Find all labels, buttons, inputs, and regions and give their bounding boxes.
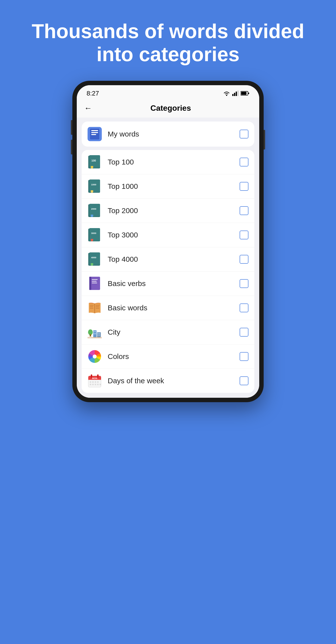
svg-rect-22 xyxy=(91,214,93,217)
item-left: 2000 Top 2000 xyxy=(87,204,138,218)
book-3000-svg: 3000 xyxy=(88,228,101,242)
item-left: My words xyxy=(87,127,139,141)
svg-rect-35 xyxy=(92,279,98,280)
top2000-label: Top 2000 xyxy=(108,206,138,215)
phone-screen: 8:27 xyxy=(77,85,259,398)
svg-rect-43 xyxy=(96,308,99,308)
hero-heading: Thousands of words divided into categori… xyxy=(0,0,336,81)
top3000-icon: 3000 xyxy=(87,228,102,242)
svg-rect-41 xyxy=(96,305,100,306)
svg-rect-1 xyxy=(232,94,234,96)
basic-words-checkbox[interactable] xyxy=(240,304,249,312)
top100-checkbox[interactable] xyxy=(240,158,249,166)
svg-rect-38 xyxy=(90,305,94,306)
svg-rect-70 xyxy=(92,384,94,385)
colors-checkbox[interactable] xyxy=(240,352,249,361)
battery-icon xyxy=(241,91,249,96)
top3000-checkbox[interactable] xyxy=(240,230,249,240)
list-item-basic-verbs[interactable]: Basic verbs xyxy=(82,272,254,296)
city-icon xyxy=(87,325,102,339)
purple-book-svg xyxy=(88,277,101,290)
status-time: 8:27 xyxy=(87,90,99,97)
my-words-icon xyxy=(87,127,102,141)
svg-rect-36 xyxy=(92,281,97,282)
days-icon: MON xyxy=(87,374,102,388)
open-book-svg xyxy=(88,302,101,314)
svg-text:1000: 1000 xyxy=(91,183,96,186)
wifi-icon xyxy=(223,90,230,96)
power-button xyxy=(264,130,265,150)
book-100-svg: 100 xyxy=(88,155,101,169)
content-area: My words 100 xyxy=(77,118,259,398)
top3000-label: Top 3000 xyxy=(108,231,138,239)
top1000-checkbox[interactable] xyxy=(240,182,249,191)
svg-rect-72 xyxy=(97,384,99,385)
top2000-checkbox[interactable] xyxy=(240,206,249,215)
svg-rect-4 xyxy=(237,90,239,96)
svg-rect-65 xyxy=(90,381,91,383)
list-item-top100[interactable]: 100 Top 100 xyxy=(82,150,254,174)
line2 xyxy=(91,132,98,133)
svg-rect-27 xyxy=(91,239,93,241)
svg-rect-52 xyxy=(98,333,99,334)
list-item-city[interactable]: City xyxy=(82,320,254,344)
svg-text:2000: 2000 xyxy=(91,208,96,210)
city-checkbox[interactable] xyxy=(240,328,249,336)
svg-rect-2 xyxy=(234,93,235,96)
phone-mockup: 8:27 xyxy=(72,81,264,402)
signal-icon xyxy=(232,90,239,96)
svg-rect-54 xyxy=(98,334,99,336)
book-1000-svg: 1000 xyxy=(88,180,101,193)
city-label: City xyxy=(108,328,120,336)
colors-svg xyxy=(88,350,101,363)
item-left: City xyxy=(87,325,120,339)
item-left: Basic words xyxy=(87,301,147,315)
item-left: 100 Top 100 xyxy=(87,155,134,169)
calendar-svg: MON xyxy=(88,374,101,388)
list-item-top3000[interactable]: 3000 Top 3000 xyxy=(82,223,254,247)
svg-rect-66 xyxy=(92,381,94,383)
basic-verbs-checkbox[interactable] xyxy=(240,279,249,288)
days-checkbox[interactable] xyxy=(240,376,249,385)
item-left: Basic verbs xyxy=(87,276,146,291)
basic-words-label: Basic words xyxy=(108,304,147,312)
back-button[interactable]: ← xyxy=(84,104,92,112)
svg-point-58 xyxy=(93,354,97,358)
svg-rect-6 xyxy=(241,92,247,95)
category-my-words[interactable]: My words xyxy=(82,122,254,146)
svg-rect-50 xyxy=(95,333,96,334)
svg-text:MON: MON xyxy=(92,377,97,380)
svg-text:3000: 3000 xyxy=(91,232,96,234)
volume-down-button xyxy=(71,140,72,154)
my-words-checkbox[interactable] xyxy=(240,130,249,138)
svg-point-0 xyxy=(226,95,227,96)
svg-rect-39 xyxy=(90,306,93,307)
svg-rect-67 xyxy=(95,381,96,383)
svg-rect-42 xyxy=(96,306,99,307)
top4000-icon: 4000 xyxy=(87,252,102,266)
svg-rect-55 xyxy=(99,334,100,336)
svg-rect-45 xyxy=(90,334,91,336)
svg-rect-53 xyxy=(99,333,100,334)
svg-rect-49 xyxy=(94,333,95,334)
list-item-basic-words[interactable]: Basic words xyxy=(82,296,254,320)
colors-icon xyxy=(87,350,102,364)
list-item-top4000[interactable]: 4000 Top 4000 xyxy=(82,247,254,272)
svg-rect-7 xyxy=(248,92,249,94)
list-item-colors[interactable]: Colors xyxy=(82,344,254,369)
notebook-icon xyxy=(90,129,99,140)
status-icons xyxy=(223,90,249,96)
svg-rect-47 xyxy=(94,331,95,332)
top4000-checkbox[interactable] xyxy=(240,255,249,264)
list-item-top1000[interactable]: 1000 Top 1000 xyxy=(82,174,254,199)
list-item-days[interactable]: MON xyxy=(82,369,254,393)
svg-rect-69 xyxy=(90,384,91,385)
volume-up-button xyxy=(71,120,72,135)
status-bar: 8:27 xyxy=(77,85,259,100)
item-left: Colors xyxy=(87,350,129,364)
top2000-icon: 2000 xyxy=(87,204,102,218)
svg-rect-71 xyxy=(95,384,96,385)
svg-text:100: 100 xyxy=(91,159,96,162)
svg-rect-68 xyxy=(97,381,99,383)
list-item-top2000[interactable]: 2000 Top 2000 xyxy=(82,199,254,223)
